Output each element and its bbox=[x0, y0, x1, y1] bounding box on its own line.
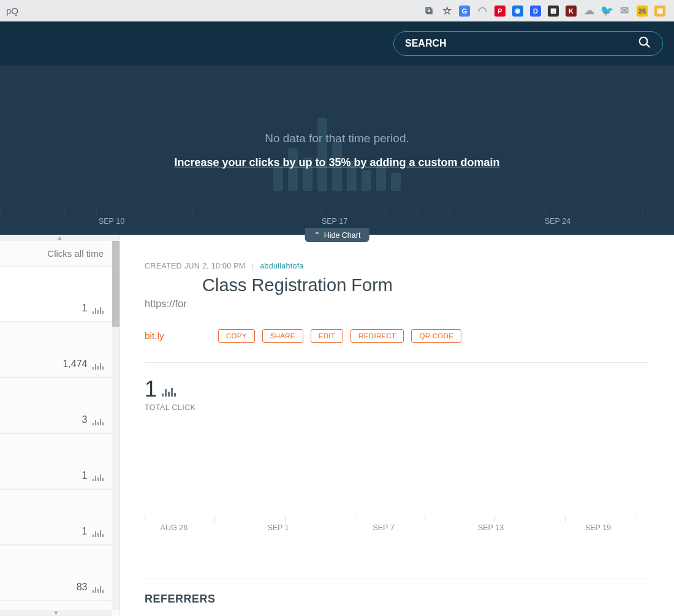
k-icon[interactable]: K bbox=[566, 6, 577, 17]
content-row: ▲ Clicks all time 11,47431183 ▼ CREATED … bbox=[0, 235, 674, 616]
sidebar-item[interactable]: 1 bbox=[0, 489, 119, 545]
svg-line-1 bbox=[646, 44, 649, 47]
sidebar-item[interactable]: 3 bbox=[0, 378, 119, 433]
mini-axis-label: SEP 19 bbox=[585, 523, 611, 532]
short-link[interactable]: bit.ly bbox=[145, 330, 164, 341]
camera-icon[interactable]: ◉ bbox=[512, 6, 523, 17]
action-row: bit.ly COPYSHAREEDITREDIRECTQR CODE bbox=[145, 329, 649, 363]
sidebar-item-count: 1 bbox=[82, 526, 88, 537]
search-placeholder: SEARCH bbox=[405, 38, 447, 49]
created-date: JUN 2, 10:00 PM bbox=[184, 262, 246, 270]
mini-axis-label: SEP 1 bbox=[267, 523, 289, 532]
sidebar-item-count: 3 bbox=[82, 414, 88, 425]
sidebar-item-count: 1 bbox=[82, 303, 88, 314]
pinterest-icon[interactable]: P bbox=[494, 6, 505, 17]
meta-row: CREATED JUN 2, 10:00 PM | abdullahtofa bbox=[145, 262, 649, 270]
redirect-button[interactable]: REDIRECT bbox=[350, 329, 404, 343]
copy-button[interactable]: COPY bbox=[218, 329, 255, 343]
sparkline-icon bbox=[93, 474, 104, 481]
mini-chart-axis: AUG 26SEP 1SEP 7SEP 13SEP 19 bbox=[145, 516, 649, 537]
search-input[interactable]: SEARCH bbox=[393, 31, 663, 56]
gallery-icon[interactable]: ▣ bbox=[654, 6, 665, 17]
total-click-label: TOTAL CLICK bbox=[145, 403, 649, 412]
axis-label: SEP 24 bbox=[545, 217, 570, 226]
sparkline-icon bbox=[162, 388, 176, 397]
sparkline-icon bbox=[93, 419, 104, 425]
hide-chart-label: Hide Chart bbox=[324, 231, 361, 240]
meta-separator: | bbox=[252, 262, 254, 270]
star-icon[interactable]: ☆ bbox=[441, 6, 452, 17]
scroll-down-icon[interactable]: ▼ bbox=[0, 610, 112, 616]
total-clicks: 1 TOTAL CLICK bbox=[145, 376, 649, 412]
total-click-count: 1 bbox=[145, 376, 157, 402]
sparkline-icon bbox=[93, 586, 104, 593]
devices-icon[interactable]: ⧉ bbox=[423, 6, 434, 17]
scroll-up-icon[interactable]: ▲ bbox=[0, 235, 119, 241]
mail-icon[interactable]: ✉ bbox=[619, 6, 630, 17]
qr-code-button[interactable]: QR CODE bbox=[411, 329, 461, 343]
author-link[interactable]: abdullahtofa bbox=[260, 262, 304, 270]
translate-icon[interactable]: G bbox=[459, 6, 470, 17]
sidebar-scrollbar[interactable] bbox=[112, 241, 119, 610]
bird-icon[interactable]: 🐦 bbox=[601, 6, 612, 17]
detail-panel: CREATED JUN 2, 10:00 PM | abdullahtofa C… bbox=[120, 235, 674, 616]
mini-axis-label: SEP 13 bbox=[478, 523, 504, 532]
sidebar-item-count: 1 bbox=[82, 470, 88, 481]
share-button[interactable]: SHARE bbox=[262, 329, 303, 343]
chevron-up-icon: ⌃ bbox=[314, 230, 320, 240]
no-data-text: No data for that time period. bbox=[265, 132, 409, 145]
scrollbar-thumb[interactable] bbox=[112, 241, 119, 327]
axis-label: SEP 10 bbox=[99, 217, 124, 226]
top-chart-area: No data for that time period. Increase y… bbox=[0, 66, 674, 235]
calendar-icon[interactable]: 26 bbox=[637, 6, 648, 17]
browser-chrome: pQ ⧉☆G◠P◉D▩K☁🐦✉26▣ bbox=[0, 0, 674, 21]
mini-axis-label: AUG 26 bbox=[161, 523, 187, 532]
cloud-icon[interactable]: ☁ bbox=[583, 6, 594, 17]
sidebar-header: Clicks all time bbox=[0, 241, 119, 266]
search-icon bbox=[638, 36, 651, 51]
url-fragment: pQ bbox=[5, 6, 18, 16]
referrers-heading: REFERRERS bbox=[145, 593, 649, 606]
divider bbox=[145, 579, 649, 579]
long-url: https://for bbox=[145, 298, 649, 310]
mini-axis-label: SEP 7 bbox=[373, 523, 394, 532]
sparkline-icon bbox=[93, 363, 104, 370]
sidebar: ▲ Clicks all time 11,47431183 ▼ bbox=[0, 235, 120, 616]
hide-chart-button[interactable]: ⌃ Hide Chart bbox=[305, 228, 369, 242]
app-header: SEARCH bbox=[0, 21, 674, 66]
promo-link[interactable]: Increase your clicks by up to 35% by add… bbox=[174, 156, 499, 169]
sidebar-item[interactable]: 1,474 bbox=[0, 322, 119, 378]
d-icon[interactable]: D bbox=[530, 6, 541, 17]
sparkline-icon bbox=[93, 530, 104, 537]
created-prefix: CREATED bbox=[145, 262, 182, 270]
vpn-icon[interactable]: ◠ bbox=[477, 6, 488, 17]
svg-point-0 bbox=[640, 37, 648, 45]
sidebar-item[interactable]: 1 bbox=[0, 433, 119, 489]
axis-label: SEP 17 bbox=[322, 217, 347, 226]
extension-row: ⧉☆G◠P◉D▩K☁🐦✉26▣ bbox=[423, 6, 669, 17]
sidebar-item[interactable]: 83 bbox=[0, 545, 119, 601]
sidebar-item-count: 1,474 bbox=[62, 359, 87, 370]
pattern-icon[interactable]: ▩ bbox=[548, 6, 559, 17]
sparkline-icon bbox=[93, 307, 104, 314]
page-title: Class Registration Form bbox=[145, 275, 649, 295]
chart-placeholder-icon bbox=[273, 118, 401, 191]
sidebar-item[interactable]: 1 bbox=[0, 266, 119, 322]
edit-button[interactable]: EDIT bbox=[311, 329, 343, 343]
mini-chart bbox=[145, 492, 649, 516]
sidebar-item-count: 83 bbox=[77, 582, 88, 593]
